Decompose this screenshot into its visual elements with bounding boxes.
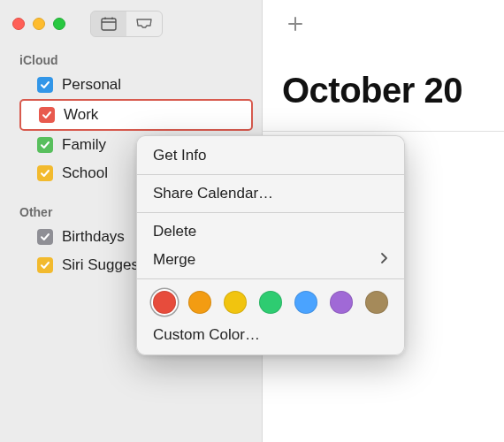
calendar-checkbox[interactable] — [37, 77, 53, 93]
color-swatch[interactable] — [188, 291, 211, 314]
month-title: October 20 — [263, 48, 504, 110]
add-event-button[interactable] — [282, 11, 309, 37]
calendar-icon — [101, 17, 117, 31]
color-swatch[interactable] — [153, 291, 176, 314]
calendar-checkbox[interactable] — [37, 257, 53, 273]
color-swatch[interactable] — [224, 291, 247, 314]
calendar-item[interactable]: Personal — [0, 71, 262, 99]
close-window-button[interactable] — [12, 18, 25, 30]
calendar-label: Personal — [62, 76, 121, 94]
color-swatch[interactable] — [330, 291, 353, 314]
svg-rect-0 — [102, 19, 116, 30]
menu-separator — [137, 278, 404, 279]
color-swatch[interactable] — [365, 291, 388, 314]
calendar-label: Work — [64, 106, 98, 124]
color-swatch[interactable] — [259, 291, 282, 314]
header-divider — [263, 131, 504, 132]
menu-item-label: Custom Color… — [153, 326, 260, 344]
calendar-checkbox[interactable] — [37, 137, 53, 153]
calendar-checkbox[interactable] — [37, 165, 53, 181]
calendar-label: Family — [62, 136, 106, 154]
main-toolbar — [263, 0, 504, 48]
menu-color-row — [137, 284, 404, 321]
menu-item-merge[interactable]: Merge — [137, 246, 404, 274]
chevron-right-icon — [380, 251, 388, 269]
calendar-item[interactable]: Work — [19, 99, 253, 131]
menu-item-label: Merge — [153, 251, 195, 269]
calendar-context-menu: Get Info Share Calendar… Delete Merge Cu… — [136, 135, 405, 355]
minimize-window-button[interactable] — [33, 18, 45, 30]
calendar-list-button[interactable] — [91, 11, 126, 36]
sidebar-section-header[interactable]: iCloud — [0, 48, 262, 71]
calendar-checkbox[interactable] — [39, 107, 55, 123]
window-titlebar — [0, 0, 262, 48]
calendar-checkbox[interactable] — [37, 229, 53, 245]
menu-item-label: Get Info — [153, 147, 206, 164]
menu-separator — [137, 212, 404, 213]
menu-separator — [137, 174, 404, 175]
tray-icon — [135, 18, 153, 30]
menu-item-get-info[interactable]: Get Info — [137, 141, 404, 170]
menu-item-custom-color[interactable]: Custom Color… — [137, 321, 404, 349]
color-swatch[interactable] — [294, 291, 317, 314]
toolbar-group — [90, 11, 163, 37]
menu-item-label: Delete — [153, 223, 196, 240]
menu-item-label: Share Calendar… — [153, 185, 273, 202]
calendar-label: School — [62, 164, 108, 182]
menu-item-share-calendar[interactable]: Share Calendar… — [137, 179, 404, 208]
inbox-button[interactable] — [126, 11, 162, 36]
zoom-window-button[interactable] — [53, 18, 65, 30]
calendar-label: Birthdays — [62, 228, 125, 246]
traffic-lights — [12, 18, 65, 30]
menu-item-delete[interactable]: Delete — [137, 217, 404, 246]
plus-icon — [286, 15, 304, 33]
